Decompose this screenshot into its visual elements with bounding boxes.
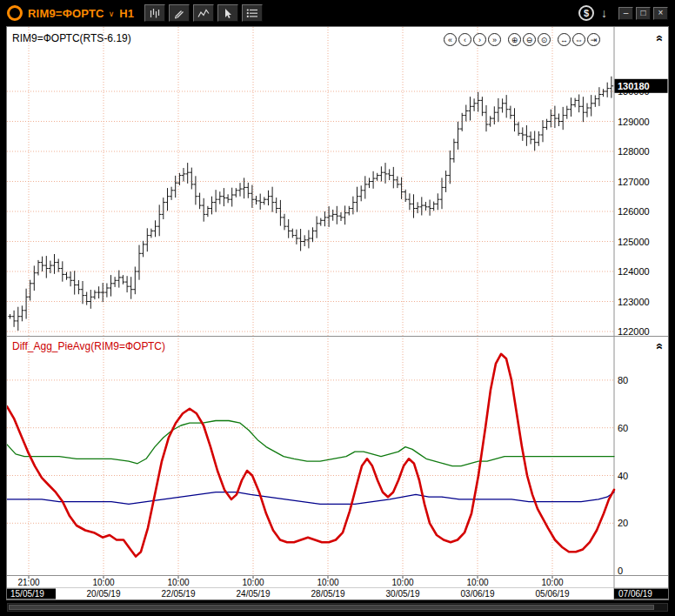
collapse-price-panel-button[interactable]: «	[655, 35, 665, 42]
svg-text:22/05/19: 22/05/19	[162, 589, 196, 599]
chart-pencil-icon	[197, 8, 210, 19]
svg-text:0: 0	[618, 566, 623, 575]
title-bar[interactable]: RIM9=ФОРТС ∨ H1 $ ↓ – □ ×	[0, 0, 675, 26]
scroll-end-button[interactable]: »	[488, 33, 501, 46]
zoom-out-button[interactable]: ⊖	[523, 33, 536, 46]
svg-text:10:00: 10:00	[466, 578, 488, 587]
levels-icon	[246, 8, 258, 19]
svg-text:60: 60	[618, 423, 628, 433]
time-axis-svg[interactable]: 21:0010:0010:0010:0010:0010:0010:0010:00…	[7, 575, 668, 599]
svg-text:127000: 127000	[618, 177, 650, 187]
svg-text:40: 40	[618, 471, 628, 481]
chart-nav-buttons: «‹›»⊕⊖⊙↔⇔⇥	[442, 33, 600, 46]
svg-text:10:00: 10:00	[541, 578, 563, 587]
svg-text:10:00: 10:00	[391, 578, 413, 587]
indicator-chart-svg[interactable]: 806040200	[7, 336, 668, 575]
levels-button[interactable]	[242, 4, 263, 22]
chart-style-button[interactable]	[144, 4, 165, 22]
horizontal-scrollbar[interactable]	[7, 603, 668, 612]
svg-text:10:00: 10:00	[242, 578, 264, 587]
svg-text:07/06/19: 07/06/19	[618, 589, 652, 599]
svg-text:129000: 129000	[618, 117, 650, 127]
cursor-button[interactable]	[217, 4, 238, 22]
svg-text:05/06/19: 05/06/19	[536, 589, 570, 599]
cursor-icon	[222, 8, 234, 19]
svg-text:24/05/19: 24/05/19	[237, 589, 271, 599]
indicator-button[interactable]	[193, 4, 214, 22]
svg-text:126000: 126000	[618, 206, 650, 217]
zoom-reset-button[interactable]: ⊙	[538, 33, 551, 46]
chart-area: 1300001290001280001270001260001250001240…	[7, 27, 668, 599]
draw-button[interactable]	[169, 4, 190, 22]
svg-text:130180: 130180	[618, 81, 650, 91]
svg-text:15/05/19: 15/05/19	[10, 589, 44, 599]
svg-text:30/05/19: 30/05/19	[386, 589, 420, 599]
scroll-right-button[interactable]: ›	[473, 33, 486, 46]
svg-text:10:00: 10:00	[92, 578, 114, 587]
price-chart-svg[interactable]: 1300001290001280001270001260001250001240…	[7, 27, 668, 336]
svg-text:122000: 122000	[618, 326, 650, 336]
svg-text:28/05/19: 28/05/19	[311, 589, 345, 599]
maximize-button[interactable]: □	[636, 7, 651, 20]
money-button[interactable]: $	[578, 5, 594, 21]
svg-text:20: 20	[618, 518, 628, 528]
svg-text:123000: 123000	[618, 297, 650, 307]
instrument-ring-icon	[7, 5, 23, 21]
bars-chart-icon	[149, 8, 161, 19]
timeframe-label[interactable]: H1	[119, 7, 134, 20]
svg-text:80: 80	[618, 375, 628, 385]
collapse-indicator-panel-button[interactable]: «	[655, 343, 665, 350]
minimize-button[interactable]: –	[618, 7, 633, 20]
chevron-down-icon[interactable]: ∨	[109, 10, 115, 18]
dock-down-button[interactable]: ↓	[601, 6, 607, 20]
scroll-left-button[interactable]: ‹	[458, 33, 471, 46]
svg-text:10:00: 10:00	[317, 578, 338, 587]
svg-text:03/06/19: 03/06/19	[461, 589, 495, 599]
scroll-start-button[interactable]: «	[444, 33, 457, 46]
svg-text:124000: 124000	[618, 266, 650, 277]
indicator-panel-title: Diff_Agg_PieAvg(RIM9=ФОРТС)	[12, 340, 165, 352]
svg-text:125000: 125000	[618, 237, 650, 247]
chart-toolbar	[144, 4, 266, 22]
zoom-in-button[interactable]: ⊕	[508, 33, 521, 46]
pencil-icon	[173, 8, 185, 19]
shrink-scale-button[interactable]: ↔	[558, 33, 571, 46]
instrument-symbol[interactable]: RIM9=ФОРТС	[28, 7, 104, 20]
svg-text:20/05/19: 20/05/19	[87, 589, 121, 599]
scrollbar-thumb[interactable]	[9, 605, 654, 610]
svg-text:10:00: 10:00	[167, 578, 189, 587]
svg-text:128000: 128000	[618, 146, 650, 157]
chart-window: RIM9=ФОРТС ∨ H1 $ ↓ – □ × 13000012900012…	[0, 0, 675, 616]
svg-text:21:00: 21:00	[17, 578, 39, 587]
price-panel-title: RIM9=ФОРТС(RTS-6.19)	[12, 32, 131, 44]
go-last-bar-button[interactable]: ⇥	[587, 33, 600, 46]
close-button[interactable]: ×	[653, 7, 668, 20]
expand-scale-button[interactable]: ⇔	[572, 33, 585, 46]
